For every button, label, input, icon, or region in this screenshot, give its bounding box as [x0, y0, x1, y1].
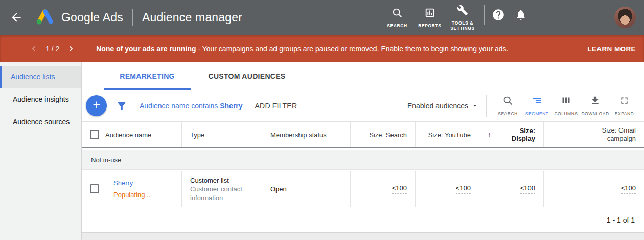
sidebar-item-audience-insights[interactable]: Audience insights — [0, 88, 81, 111]
main-panel: REMARKETING CUSTOM AUDIENCES Audience na… — [82, 62, 644, 240]
search-icon — [502, 95, 513, 108]
header-size-youtube[interactable]: Size: YouTube — [416, 122, 479, 147]
topbar-actions: SEARCH REPORTS TOOLS & SETTINGS — [383, 5, 644, 31]
row-checkbox[interactable] — [90, 184, 99, 193]
expand-label: EXPAND — [615, 111, 634, 116]
expand-icon — [619, 95, 630, 108]
header-type[interactable]: Type — [182, 122, 262, 147]
banner-message-rest: - Your campaigns and ad groups are pause… — [196, 45, 509, 53]
download-button[interactable]: DOWNLOAD — [581, 95, 610, 116]
columns-label: COLUMNS — [554, 111, 578, 116]
banner-next-icon[interactable] — [65, 43, 77, 54]
sidebar-item-label: Audience lists — [11, 73, 55, 81]
active-filter-chip[interactable]: Audience name contains Sherry — [140, 102, 243, 110]
cell-size-display: <100 — [479, 171, 544, 207]
filter-funnel-icon[interactable] — [116, 100, 127, 112]
topbar-reports-label: REPORTS — [418, 23, 441, 28]
table-row: Sherry Populating... Customer list Custo… — [82, 171, 644, 207]
type-label: Customer list — [190, 176, 229, 185]
filter-value: Sherry — [220, 102, 242, 110]
column-label: Size: Display — [495, 127, 535, 142]
cell-audience-name: Sherry Populating... — [82, 171, 182, 207]
header-audience-name: Audience name — [82, 122, 182, 147]
help-icon[interactable] — [492, 8, 505, 21]
tab-bar: REMARKETING CUSTOM AUDIENCES — [82, 62, 644, 90]
segment-button[interactable]: SEGMENT — [522, 95, 551, 116]
cell-membership-status: Open — [262, 171, 351, 207]
download-label: DOWNLOAD — [581, 111, 609, 116]
columns-button[interactable]: COLUMNS — [551, 95, 581, 116]
dropdown-caret-icon — [472, 103, 478, 109]
type-detail-label: Customer contact information — [190, 185, 254, 202]
sidebar-item-label: Audience insights — [13, 95, 69, 103]
header-size-display[interactable]: ↑ Size: Display — [479, 122, 544, 147]
enabled-audiences-dropdown[interactable]: Enabled audiences — [407, 102, 478, 110]
banner-prev-icon[interactable] — [28, 43, 39, 54]
segment-label: SEGMENT — [525, 111, 549, 116]
cell-size-gmail: <100 — [544, 171, 644, 207]
select-all-checkbox[interactable] — [90, 130, 99, 139]
back-arrow-icon[interactable] — [9, 10, 24, 25]
group-label: Not in-use — [91, 156, 121, 164]
add-filter-button[interactable]: ADD FILTER — [255, 102, 297, 110]
learn-more-link[interactable]: LEARN MORE — [587, 45, 636, 53]
cell-size-search: <100 — [351, 171, 416, 207]
sidebar-item-audience-lists[interactable]: Audience lists — [0, 66, 81, 88]
segment-icon — [532, 95, 542, 108]
sidebar: Audience lists Audience insights Audienc… — [0, 62, 82, 240]
banner-pagination: 1 / 2 — [45, 45, 59, 53]
enabled-audiences-label: Enabled audiences — [407, 102, 468, 110]
search-icon — [392, 7, 403, 20]
cell-type: Customer list Customer contact informati… — [182, 171, 262, 207]
expand-button[interactable]: EXPAND — [610, 95, 639, 116]
pagination-row: 1 - 1 of 1 — [82, 207, 644, 232]
size-gmail-value[interactable]: <100 — [621, 184, 636, 194]
download-icon — [590, 95, 601, 108]
toolbar-divider — [486, 95, 487, 117]
top-app-bar: Google Ads Audience manager SEARCH REPOR… — [0, 0, 644, 35]
header-size-search[interactable]: Size: Search — [351, 122, 416, 147]
topbar-search-button[interactable]: SEARCH — [383, 7, 411, 28]
topbar-search-label: SEARCH — [387, 23, 407, 28]
topbar-tools-label: TOOLS & SETTINGS — [449, 20, 476, 31]
topbar-divider — [484, 5, 485, 25]
sidebar-item-audience-sources[interactable]: Audience sources — [0, 111, 81, 133]
sidebar-item-label: Audience sources — [13, 118, 70, 126]
column-label: Audience name — [105, 131, 151, 139]
topbar-tools-button[interactable]: TOOLS & SETTINGS — [448, 5, 477, 31]
audience-name-link[interactable]: Sherry — [113, 179, 133, 188]
cell-size-youtube: <100 — [416, 171, 479, 207]
topbar-reports-button[interactable]: REPORTS — [416, 7, 444, 28]
filter-prefix: Audience name contains — [140, 102, 220, 110]
tab-remarketing[interactable]: REMARKETING — [104, 62, 191, 90]
group-row-not-in-use: Not in-use — [82, 150, 644, 170]
banner-message: None of your ads are running - Your camp… — [96, 45, 508, 53]
google-ads-logo-icon[interactable] — [35, 8, 55, 27]
alert-banner: 1 / 2 None of your ads are running - You… — [0, 35, 644, 62]
product-name: Google Ads — [61, 11, 123, 25]
wrench-icon — [457, 5, 468, 18]
sort-ascending-icon: ↑ — [488, 130, 491, 139]
table-header-row: Audience name Type Membership status Siz… — [82, 122, 644, 148]
membership-label: Open — [270, 185, 287, 193]
table-search-button[interactable]: SEARCH — [493, 95, 522, 116]
banner-message-bold: None of your ads are running — [96, 45, 196, 53]
add-audience-button[interactable] — [86, 95, 107, 116]
size-search-value[interactable]: <100 — [392, 184, 407, 194]
tab-custom-audiences[interactable]: CUSTOM AUDIENCES — [198, 62, 295, 90]
size-youtube-value[interactable]: <100 — [456, 184, 471, 194]
column-label: Size: Gmail campaign — [585, 126, 636, 143]
bar-chart-icon — [424, 7, 435, 20]
header-membership-status[interactable]: Membership status — [262, 122, 351, 147]
table-search-label: SEARCH — [498, 111, 517, 116]
footer-strip — [82, 232, 644, 240]
audience-name-block: Sherry Populating... — [113, 179, 150, 199]
page-title: Audience manager — [142, 11, 242, 25]
columns-icon — [561, 95, 571, 108]
header-size-gmail[interactable]: Size: Gmail campaign — [544, 122, 644, 147]
notifications-bell-icon[interactable] — [514, 8, 527, 21]
avatar[interactable] — [614, 7, 636, 28]
size-display-value[interactable]: <100 — [520, 184, 535, 194]
title-divider — [132, 9, 133, 26]
toolbar: Audience name contains Sherry ADD FILTER… — [82, 90, 644, 122]
